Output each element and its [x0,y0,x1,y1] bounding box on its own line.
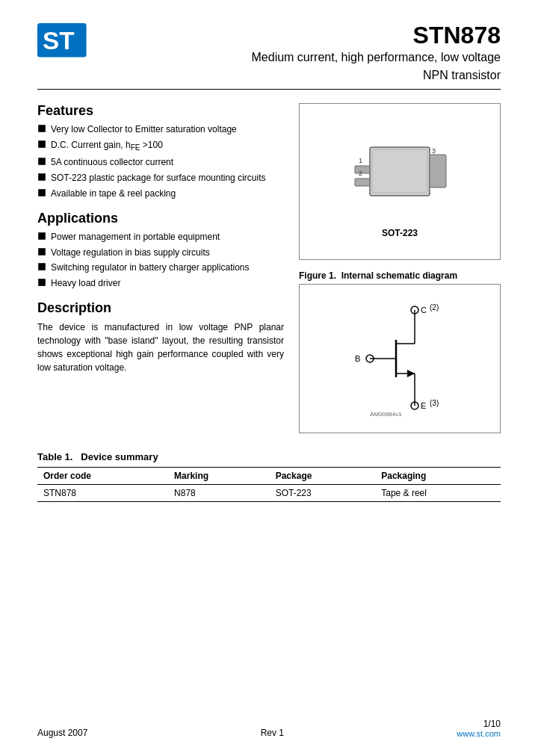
figure-header: Figure 1. Internal schematic diagram [299,270,501,281]
col-header-marking: Marking [168,468,270,485]
footer-page: 1/10 [457,719,501,729]
features-title: Features [37,103,284,119]
svg-text:C: C [421,306,427,315]
list-item: 5A continuous collector current [37,156,284,169]
svg-text:E: E [421,401,426,410]
description-title: Description [37,300,284,316]
svg-text:2: 2 [359,170,362,177]
col-header-package: Package [270,468,376,485]
title-block: STN878 Medium current, high performance,… [252,22,501,84]
header: ST STN878 Medium current, high performan… [37,22,501,84]
svg-rect-2 [38,125,46,132]
device-table: Order code Marking Package Packaging STN… [37,467,501,502]
header-divider [37,89,501,90]
footer-right: 1/10 www.st.com [457,719,501,738]
list-item: SOT-223 plastic package for surface moun… [37,172,284,185]
cell-package: SOT-223 [270,485,376,502]
svg-rect-13 [355,179,370,186]
cell-order-code: STN878 [37,485,168,502]
svg-rect-3 [38,140,46,148]
footer-date: August 2007 [37,728,87,738]
svg-rect-4 [38,158,46,166]
page: ST STN878 Medium current, high performan… [0,0,538,756]
applications-list: Power management in portable equipment V… [37,231,284,290]
svg-text:1: 1 [359,157,362,164]
svg-text:(2): (2) [430,303,439,312]
svg-rect-5 [38,173,46,181]
st-logo: ST [37,22,90,60]
list-item: D.C. Current gain, hFE >100 [37,139,284,153]
footer-url: www.st.com [457,729,501,738]
chip-svg: 1 2 3 [344,125,456,222]
figure-box: C (2) B E (3) AM00684v1 [299,284,501,433]
list-item: Power management in portable equipment [37,231,284,244]
svg-marker-25 [407,370,415,377]
cell-packaging: Tape & reel [375,485,501,502]
svg-rect-11 [370,147,430,196]
table-section: Table 1. Device summary Order code Marki… [37,451,501,502]
svg-rect-10 [38,279,46,286]
svg-text:AM00684v1: AM00684v1 [370,411,402,418]
table-title: Table 1. Device summary [37,451,501,462]
footer-revision: Rev 1 [261,728,284,738]
svg-rect-8 [38,248,46,255]
svg-rect-14 [430,155,446,188]
list-item: Switching regulator in battery charger a… [37,261,284,274]
part-number: STN878 [252,22,501,49]
features-list: Very low Collector to Emitter saturation… [37,123,284,200]
schematic-svg: C (2) B E (3) AM00684v1 [325,295,474,422]
svg-text:(3): (3) [430,399,439,407]
svg-text:3: 3 [432,147,436,155]
main-content: Features Very low Collector to Emitter s… [37,103,501,433]
svg-text:B: B [355,354,360,363]
subtitle: Medium current, high performance, low vo… [252,49,501,84]
col-header-order-code: Order code [37,468,168,485]
svg-rect-6 [38,189,46,196]
list-item: Heavy load driver [37,277,284,290]
right-col: 1 2 3 SOT-223 Figure 1. Internal schemat… [299,103,501,433]
chip-label: SOT-223 [382,228,418,238]
svg-text:ST: ST [43,27,75,55]
list-item: Voltage regulation in bias supply circui… [37,247,284,259]
cell-marking: N878 [168,485,270,502]
col-header-packaging: Packaging [375,468,501,485]
svg-rect-7 [38,232,46,240]
svg-rect-9 [38,264,46,271]
applications-title: Applications [37,211,284,226]
footer: August 2007 Rev 1 1/10 www.st.com [37,719,501,738]
table-header-row: Order code Marking Package Packaging [37,468,501,485]
description-text: The device is manufactured in low voltag… [37,320,284,374]
left-col: Features Very low Collector to Emitter s… [37,103,284,433]
list-item: Available in tape & reel packing [37,188,284,200]
chip-image-box: 1 2 3 SOT-223 [299,103,501,260]
table-row: STN878 N878 SOT-223 Tape & reel [37,485,501,502]
list-item: Very low Collector to Emitter saturation… [37,123,284,136]
